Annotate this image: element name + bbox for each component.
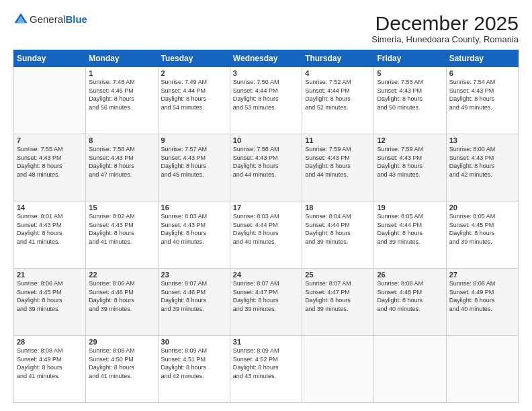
table-cell: 4Sunrise: 7:52 AM Sunset: 4:44 PM Daylig… xyxy=(302,67,374,134)
day-number: 31 xyxy=(233,338,299,346)
table-cell: 26Sunrise: 8:08 AM Sunset: 4:48 PM Dayli… xyxy=(374,269,446,336)
day-number: 30 xyxy=(161,338,227,346)
table-cell: 3Sunrise: 7:50 AM Sunset: 4:44 PM Daylig… xyxy=(230,67,302,134)
table-cell: 28Sunrise: 8:08 AM Sunset: 4:49 PM Dayli… xyxy=(14,336,86,403)
header-tuesday: Tuesday xyxy=(158,50,230,67)
table-cell: 16Sunrise: 8:03 AM Sunset: 4:43 PM Dayli… xyxy=(158,201,230,269)
day-number: 17 xyxy=(233,203,299,212)
calendar-week-row: 7Sunrise: 7:55 AM Sunset: 4:43 PM Daylig… xyxy=(14,134,519,201)
table-cell: 27Sunrise: 8:08 AM Sunset: 4:49 PM Dayli… xyxy=(446,269,518,336)
header-wednesday: Wednesday xyxy=(230,50,302,67)
day-info: Sunrise: 7:58 AM Sunset: 4:43 PM Dayligh… xyxy=(233,145,299,179)
table-cell: 6Sunrise: 7:54 AM Sunset: 4:43 PM Daylig… xyxy=(446,67,518,134)
day-info: Sunrise: 7:52 AM Sunset: 4:44 PM Dayligh… xyxy=(305,78,371,111)
day-info: Sunrise: 8:06 AM Sunset: 4:45 PM Dayligh… xyxy=(17,279,83,313)
day-info: Sunrise: 8:09 AM Sunset: 4:51 PM Dayligh… xyxy=(161,347,227,380)
calendar-week-row: 1Sunrise: 7:48 AM Sunset: 4:45 PM Daylig… xyxy=(14,67,519,134)
day-info: Sunrise: 7:56 AM Sunset: 4:43 PM Dayligh… xyxy=(89,145,154,179)
day-info: Sunrise: 7:55 AM Sunset: 4:43 PM Dayligh… xyxy=(17,145,83,179)
day-number: 12 xyxy=(377,136,443,144)
table-cell: 17Sunrise: 8:03 AM Sunset: 4:44 PM Dayli… xyxy=(230,201,302,269)
day-info: Sunrise: 8:00 AM Sunset: 4:43 PM Dayligh… xyxy=(449,145,515,179)
day-info: Sunrise: 7:49 AM Sunset: 4:44 PM Dayligh… xyxy=(161,78,227,111)
table-cell xyxy=(302,336,374,403)
day-number: 29 xyxy=(89,338,154,346)
day-info: Sunrise: 8:08 AM Sunset: 4:49 PM Dayligh… xyxy=(449,279,515,313)
table-cell xyxy=(446,336,518,403)
table-cell: 10Sunrise: 7:58 AM Sunset: 4:43 PM Dayli… xyxy=(230,134,302,201)
table-cell: 25Sunrise: 8:07 AM Sunset: 4:47 PM Dayli… xyxy=(302,269,374,336)
day-number: 6 xyxy=(449,69,515,77)
table-cell: 1Sunrise: 7:48 AM Sunset: 4:45 PM Daylig… xyxy=(86,67,158,134)
day-info: Sunrise: 8:08 AM Sunset: 4:49 PM Dayligh… xyxy=(17,347,83,380)
table-cell: 20Sunrise: 8:05 AM Sunset: 4:45 PM Dayli… xyxy=(446,201,518,269)
day-info: Sunrise: 8:07 AM Sunset: 4:47 PM Dayligh… xyxy=(233,279,299,313)
day-info: Sunrise: 8:04 AM Sunset: 4:44 PM Dayligh… xyxy=(305,212,371,246)
table-cell: 2Sunrise: 7:49 AM Sunset: 4:44 PM Daylig… xyxy=(158,67,230,134)
table-cell: 23Sunrise: 8:07 AM Sunset: 4:46 PM Dayli… xyxy=(158,269,230,336)
day-info: Sunrise: 8:03 AM Sunset: 4:44 PM Dayligh… xyxy=(233,212,299,246)
day-info: Sunrise: 8:06 AM Sunset: 4:46 PM Dayligh… xyxy=(89,279,154,313)
day-number: 3 xyxy=(233,69,299,77)
day-number: 15 xyxy=(89,203,154,212)
day-info: Sunrise: 8:09 AM Sunset: 4:52 PM Dayligh… xyxy=(233,347,299,380)
day-info: Sunrise: 8:05 AM Sunset: 4:44 PM Dayligh… xyxy=(377,212,443,246)
day-number: 10 xyxy=(233,136,299,144)
table-cell: 11Sunrise: 7:59 AM Sunset: 4:43 PM Dayli… xyxy=(302,134,374,201)
day-number: 16 xyxy=(161,203,227,212)
day-info: Sunrise: 7:54 AM Sunset: 4:43 PM Dayligh… xyxy=(449,78,515,111)
day-number: 13 xyxy=(449,136,515,144)
header-monday: Monday xyxy=(86,50,158,67)
day-number: 28 xyxy=(17,338,83,346)
table-cell: 15Sunrise: 8:02 AM Sunset: 4:43 PM Dayli… xyxy=(86,201,158,269)
table-cell xyxy=(374,336,446,403)
table-cell: 19Sunrise: 8:05 AM Sunset: 4:44 PM Dayli… xyxy=(374,201,446,269)
title-block: December 2025 Simeria, Hunedoara County,… xyxy=(371,12,519,44)
day-number: 22 xyxy=(89,271,154,279)
logo-general: General xyxy=(30,13,65,25)
table-cell: 30Sunrise: 8:09 AM Sunset: 4:51 PM Dayli… xyxy=(158,336,230,403)
day-number: 25 xyxy=(305,271,371,279)
day-number: 14 xyxy=(17,203,83,212)
day-info: Sunrise: 8:03 AM Sunset: 4:43 PM Dayligh… xyxy=(161,212,227,246)
table-cell: 18Sunrise: 8:04 AM Sunset: 4:44 PM Dayli… xyxy=(302,201,374,269)
logo-text: GeneralBlue xyxy=(30,13,87,26)
day-number: 23 xyxy=(161,271,227,279)
day-number: 20 xyxy=(449,203,515,212)
day-number: 4 xyxy=(305,69,371,77)
day-number: 27 xyxy=(449,271,515,279)
calendar-week-row: 14Sunrise: 8:01 AM Sunset: 4:43 PM Dayli… xyxy=(14,201,519,269)
month-year: December 2025 xyxy=(371,12,519,34)
day-number: 21 xyxy=(17,271,83,279)
day-number: 9 xyxy=(161,136,227,144)
header-friday: Friday xyxy=(374,50,446,67)
day-number: 2 xyxy=(161,69,227,77)
header: GeneralBlue December 2025 Simeria, Huned… xyxy=(13,12,519,44)
table-cell: 14Sunrise: 8:01 AM Sunset: 4:43 PM Dayli… xyxy=(14,201,86,269)
day-number: 7 xyxy=(17,136,83,144)
day-number: 26 xyxy=(377,271,443,279)
table-cell: 31Sunrise: 8:09 AM Sunset: 4:52 PM Dayli… xyxy=(230,336,302,403)
table-cell xyxy=(14,67,86,134)
day-info: Sunrise: 7:53 AM Sunset: 4:43 PM Dayligh… xyxy=(377,78,443,111)
header-thursday: Thursday xyxy=(302,50,374,67)
logo-blue: Blue xyxy=(65,13,87,25)
day-info: Sunrise: 8:07 AM Sunset: 4:47 PM Dayligh… xyxy=(305,279,371,313)
day-info: Sunrise: 7:48 AM Sunset: 4:45 PM Dayligh… xyxy=(89,78,154,111)
day-info: Sunrise: 7:57 AM Sunset: 4:43 PM Dayligh… xyxy=(161,145,227,179)
table-cell: 8Sunrise: 7:56 AM Sunset: 4:43 PM Daylig… xyxy=(86,134,158,201)
logo: GeneralBlue xyxy=(13,12,87,27)
day-number: 1 xyxy=(89,69,154,77)
day-info: Sunrise: 8:08 AM Sunset: 4:48 PM Dayligh… xyxy=(377,279,443,313)
day-number: 11 xyxy=(305,136,371,144)
calendar-table: Sunday Monday Tuesday Wednesday Thursday… xyxy=(13,50,519,403)
table-cell: 21Sunrise: 8:06 AM Sunset: 4:45 PM Dayli… xyxy=(14,269,86,336)
day-info: Sunrise: 8:02 AM Sunset: 4:43 PM Dayligh… xyxy=(89,212,154,246)
day-info: Sunrise: 8:07 AM Sunset: 4:46 PM Dayligh… xyxy=(161,279,227,313)
table-cell: 12Sunrise: 7:59 AM Sunset: 4:43 PM Dayli… xyxy=(374,134,446,201)
day-number: 18 xyxy=(305,203,371,212)
page: GeneralBlue December 2025 Simeria, Huned… xyxy=(0,0,532,411)
day-info: Sunrise: 8:01 AM Sunset: 4:43 PM Dayligh… xyxy=(17,212,83,246)
day-number: 24 xyxy=(233,271,299,279)
table-cell: 29Sunrise: 8:08 AM Sunset: 4:50 PM Dayli… xyxy=(86,336,158,403)
